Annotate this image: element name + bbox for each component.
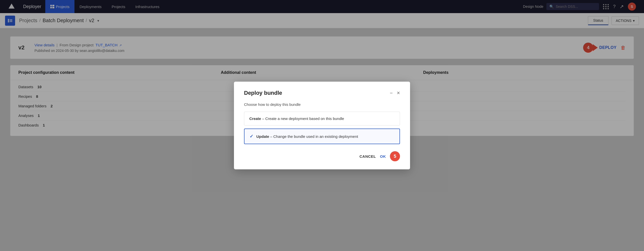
modal-close-button[interactable]: × [397,90,400,96]
modal-minimize-button[interactable]: − [390,90,393,96]
modal-title: Deploy bundle [244,90,282,96]
modal-footer: CANCEL OK 5 [244,151,400,161]
modal-option-create-text: Create – Create a new deployment based o… [249,116,344,121]
step5-badge: 5 [390,151,400,161]
ok-button[interactable]: OK [380,154,386,159]
modal-option-update-text: Update – Change the bundle used in an ex… [256,134,358,139]
checkmark-icon: ✓ [250,134,253,139]
modal-option-update[interactable]: ✓ Update – Change the bundle used in an … [244,129,400,144]
deploy-bundle-modal: Deploy bundle − × Choose how to deploy t… [234,82,410,169]
cancel-button[interactable]: CANCEL [359,154,376,159]
modal-overlay: Deploy bundle − × Choose how to deploy t… [0,0,644,251]
modal-option-create[interactable]: Create – Create a new deployment based o… [244,112,400,126]
modal-subtitle: Choose how to deploy this bundle [244,102,400,107]
modal-header: Deploy bundle − × [244,90,400,96]
modal-controls: − × [390,90,400,96]
